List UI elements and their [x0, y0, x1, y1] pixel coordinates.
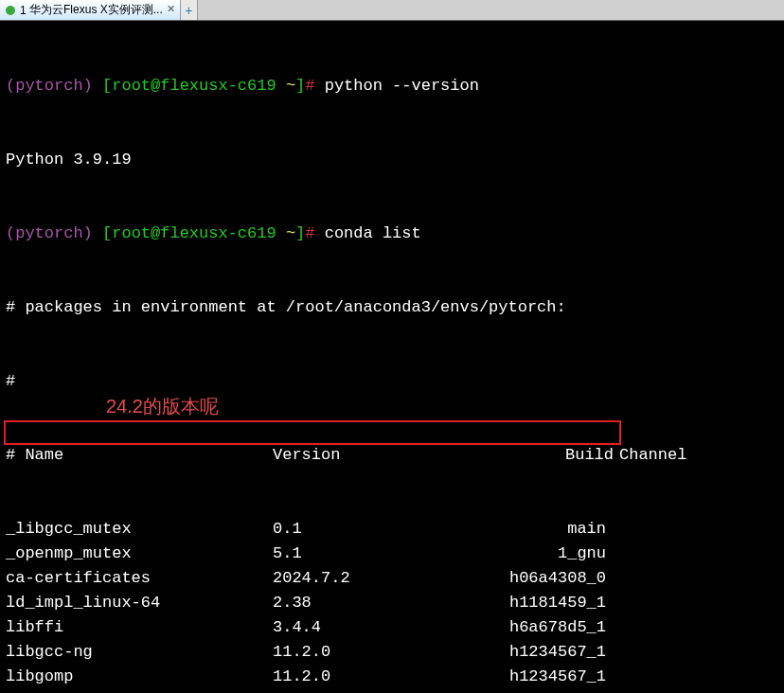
status-dot-icon: [6, 6, 15, 15]
pkg-chan: [619, 591, 778, 615]
hdr-channel: Channel: [619, 443, 778, 468]
pkg-ver: 2.38: [273, 591, 454, 615]
pkg-name: ca-certificates: [6, 566, 273, 591]
pkg-name: libgomp: [6, 665, 273, 689]
pkg-ver: 0.1: [273, 517, 454, 542]
pkg-chan: [619, 640, 778, 665]
pkg-ver: 5.1: [273, 542, 454, 566]
pkg-build: h1234567_1: [454, 640, 619, 665]
table-row: libffi3.4.4h6a678d5_1: [6, 615, 778, 640]
prompt-line: (pytorch) [root@flexusx-c619 ~]# python …: [6, 74, 778, 98]
env-name: (pytorch): [6, 77, 93, 95]
bracket: ]: [295, 77, 305, 95]
pkg-chan: [619, 615, 778, 640]
pkg-build: h06a4308_0: [454, 566, 619, 591]
output-line: Python 3.9.19: [6, 148, 778, 172]
pkg-ver: 11.2.0: [273, 665, 454, 689]
pkg-build: h6a678d5_1: [454, 615, 619, 640]
pkg-ver: 11.2.0: [273, 640, 454, 665]
pkg-chan: [619, 665, 778, 689]
pkg-build: h1181459_1: [454, 591, 619, 615]
pkg-name: libffi: [6, 615, 273, 640]
tab-active[interactable]: 1 华为云Flexus X实例评测... ✕: [0, 0, 181, 20]
hdr-version: Version: [273, 443, 454, 468]
table-row: libgcc-ng11.2.0h1234567_1: [6, 640, 778, 665]
cwd: ~: [286, 77, 295, 95]
user-host: [root@flexusx-c619: [102, 77, 276, 95]
table-header: # NameVersionBuildChannel: [6, 443, 778, 468]
table-row: ld_impl_linux-642.38h1181459_1: [6, 591, 778, 615]
pkg-name: libstdcxx-ng: [6, 689, 273, 693]
table-row: _openmp_mutex5.11_gnu: [6, 542, 778, 566]
prompt-line: (pytorch) [root@flexusx-c619 ~]# conda l…: [6, 222, 778, 246]
pkg-name: _libgcc_mutex: [6, 517, 273, 542]
command: conda list: [325, 224, 421, 242]
pkg-ver: 3.4.4: [273, 615, 454, 640]
command: python --version: [325, 77, 479, 95]
pkg-name: libgcc-ng: [6, 640, 273, 665]
hdr-build: Build: [454, 443, 619, 468]
tab-bar: 1 华为云Flexus X实例评测... ✕ +: [0, 0, 784, 21]
terminal[interactable]: (pytorch) [root@flexusx-c619 ~]# python …: [0, 21, 784, 693]
table-row: ca-certificates2024.7.2h06a4308_0: [6, 566, 778, 591]
pkg-chan: [619, 542, 778, 566]
output-line: #: [6, 369, 778, 394]
tab-index: 1: [20, 4, 27, 17]
close-icon[interactable]: ✕: [167, 3, 175, 15]
hash: #: [305, 77, 314, 95]
pkg-name: ld_impl_linux-64: [6, 591, 273, 615]
pkg-ver: 11.2.0: [273, 689, 454, 693]
pkg-build: 1_gnu: [454, 542, 619, 566]
pkg-build: h1234567_1: [454, 665, 619, 689]
output-line: # packages in environment at /root/anaco…: [6, 295, 778, 320]
pkg-ver: 2024.7.2: [273, 566, 454, 591]
table-row: libstdcxx-ng11.2.0h1234567_1: [6, 689, 778, 693]
pkg-chan: [619, 517, 778, 542]
pkg-build: h1234567_1: [454, 689, 619, 693]
pkg-name: _openmp_mutex: [6, 542, 273, 566]
pkg-chan: [619, 689, 778, 693]
pkg-build: main: [454, 517, 619, 542]
tab-title: 华为云Flexus X实例评测...: [29, 2, 163, 18]
table-row: _libgcc_mutex0.1main: [6, 517, 778, 542]
add-tab-button[interactable]: +: [181, 0, 198, 20]
annotation-text: 24.2的版本呢: [106, 394, 219, 419]
table-row: libgomp11.2.0h1234567_1: [6, 665, 778, 689]
hdr-name: # Name: [6, 443, 273, 468]
pkg-chan: [619, 566, 778, 591]
